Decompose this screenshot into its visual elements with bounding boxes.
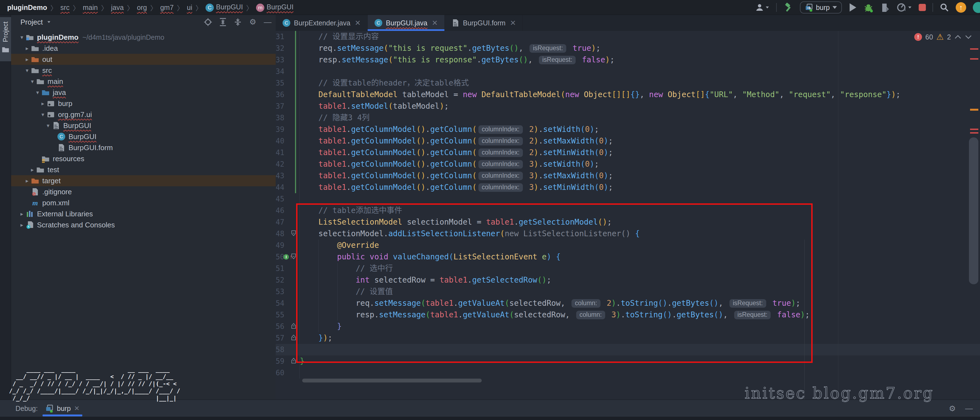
tree-item--idea[interactable]: ▸.idea <box>11 43 276 54</box>
tree-item-src[interactable]: ▾src <box>11 65 276 76</box>
tree-item-target[interactable]: ▸target <box>11 175 276 186</box>
prev-problem-icon[interactable] <box>954 35 961 40</box>
chevron-right-icon[interactable]: ▸ <box>24 45 30 52</box>
breadcrumb-item-ui[interactable]: ui <box>187 3 192 11</box>
breadcrumb-item-java[interactable]: java <box>111 3 124 11</box>
debug-button[interactable] <box>864 2 874 13</box>
tree-item-out[interactable]: ▸out <box>11 54 276 65</box>
tab-burpgui-java[interactable]: CBurpGUI.java✕ <box>368 15 445 31</box>
chevron-right-icon[interactable]: ▸ <box>24 56 30 63</box>
expand-all-icon[interactable] <box>219 18 227 26</box>
error-stripe-mark[interactable] <box>970 48 978 50</box>
chevron-down-icon[interactable]: ▾ <box>24 67 30 74</box>
hide-panel-icon[interactable]: — <box>965 404 973 413</box>
tree-item-plugindemo[interactable]: ▾pluginDemo~/d4m1ts/java/pluginDemo <box>11 32 276 43</box>
error-stripe-mark[interactable] <box>970 132 978 133</box>
code-text: table1.getColumnModel().getColumn(column… <box>281 182 613 193</box>
chevron-right-icon[interactable]: ▸ <box>29 166 35 173</box>
code-line-41[interactable]: 41 table1.getColumnModel().getColumn(col… <box>276 147 980 158</box>
tree-item-burpgui-form[interactable]: BurpGUI.form <box>11 142 276 153</box>
tree-item-java[interactable]: ▾java <box>11 87 276 98</box>
user-menu-button[interactable] <box>755 3 770 12</box>
breadcrumb-item-gm7[interactable]: gm7 <box>160 3 174 11</box>
code-line-60[interactable]: 60 <box>276 367 980 379</box>
gear-icon[interactable]: ⚙ <box>248 18 257 26</box>
inspections-widget[interactable]: ! 60 ⚠ 2 <box>914 32 972 43</box>
debug-session-tab[interactable]: burp ✕ <box>39 400 86 417</box>
tab-burpgui-form[interactable]: BurpGUI.form✕ <box>445 15 523 31</box>
code-line-44[interactable]: 44 table1.getColumnModel().getColumn(col… <box>276 182 980 193</box>
locate-icon[interactable] <box>204 18 212 26</box>
breadcrumb-item-plugindemo[interactable]: pluginDemo <box>7 3 47 11</box>
code-line-40[interactable]: 40 table1.getColumnModel().getColumn(col… <box>276 135 980 147</box>
tree-item-burp[interactable]: ▸burp <box>11 98 276 109</box>
tree-item-pom-xml[interactable]: mpom.xml <box>11 197 276 208</box>
next-problem-icon[interactable] <box>965 35 972 40</box>
breadcrumb-item-burpgui[interactable]: mBurpGUI <box>256 3 293 11</box>
horizontal-scrollbar[interactable] <box>302 379 482 382</box>
error-stripe-mark[interactable] <box>970 128 978 130</box>
code-text: table1.setModel(tableModel); <box>281 100 449 112</box>
chevron-right-icon[interactable]: ▸ <box>19 222 25 228</box>
tree-item--gitignore[interactable]: .gitignore <box>11 186 276 197</box>
vertical-scrollbar-thumb[interactable] <box>969 138 978 284</box>
close-icon[interactable]: ✕ <box>432 19 438 27</box>
close-icon[interactable]: ✕ <box>510 19 516 27</box>
tree-item-burpgui[interactable]: ▾BurpGUI <box>11 120 276 131</box>
tree-item-test[interactable]: ▸test <box>11 164 276 175</box>
settings-sync-badge[interactable] <box>973 2 980 13</box>
collapse-all-icon[interactable] <box>234 18 242 26</box>
breadcrumb-item-burpgui[interactable]: CBurpGUI <box>205 3 243 11</box>
breadcrumb-item-org[interactable]: org <box>137 3 147 11</box>
hide-panel-icon[interactable]: — <box>264 18 272 26</box>
tree-item-scratches-and-consoles[interactable]: ▸Scratches and Consoles <box>11 219 276 230</box>
gear-icon[interactable]: ⚙ <box>949 404 956 413</box>
code-line-36[interactable]: 36 DefaultTableModel tableModel = new De… <box>276 89 980 100</box>
tree-item-org-gm7-ui[interactable]: ▾org.gm7.ui <box>11 109 276 120</box>
search-everywhere-button[interactable] <box>940 3 949 12</box>
run-button[interactable] <box>848 3 857 12</box>
code-line-45[interactable]: 45 <box>276 193 980 205</box>
code-line-38[interactable]: 38 // 隐藏3 4列 <box>276 112 980 124</box>
chevron-right-icon[interactable]: ▸ <box>40 100 46 107</box>
chevron-down-icon[interactable]: ▾ <box>35 89 41 96</box>
stop-button[interactable] <box>919 4 926 11</box>
chevron-down-icon[interactable]: ▾ <box>19 34 25 41</box>
warning-stripe-mark[interactable] <box>970 109 978 111</box>
run-configuration-select[interactable]: burp <box>800 2 842 14</box>
project-view-title[interactable]: Project <box>21 18 43 27</box>
code-line-39[interactable]: 39 table1.getColumnModel().getColumn(col… <box>276 124 980 135</box>
error-stripe-mark[interactable] <box>970 58 978 60</box>
tree-item-resources[interactable]: resources <box>11 153 276 164</box>
tree-item-burpgui[interactable]: CBurpGUI <box>11 131 276 142</box>
chevron-right-icon[interactable]: ▸ <box>19 211 25 217</box>
ide-update-badge[interactable]: ↑ <box>956 2 966 13</box>
coverage-button[interactable] <box>881 3 890 13</box>
build-button[interactable] <box>783 3 793 13</box>
tree-item-external-libraries[interactable]: ▸External Libraries <box>11 208 276 219</box>
chevron-down-icon[interactable]: ▾ <box>29 78 35 85</box>
code-line-35[interactable]: 35 // 设置table的header，决定table格式 <box>276 77 980 89</box>
chevron-down-icon <box>766 6 769 9</box>
file-form-icon <box>451 19 460 27</box>
chevron-right-icon[interactable]: ▸ <box>24 178 30 184</box>
tab-burpextender-java[interactable]: CBurpExtender.java✕ <box>276 15 368 31</box>
breadcrumb-item-src[interactable]: src <box>60 3 69 11</box>
code-line-43[interactable]: 43 table1.getColumnModel().getColumn(col… <box>276 170 980 182</box>
profiler-button[interactable] <box>897 3 912 13</box>
close-icon[interactable]: ✕ <box>74 404 80 412</box>
code-line-37[interactable]: 37 table1.setModel(tableModel); <box>276 100 980 112</box>
code-line-31[interactable]: 31 // 设置显示内容 <box>276 31 980 43</box>
chevron-down-icon[interactable]: ▾ <box>40 111 46 118</box>
tab-label: BurpGUI.form <box>463 19 506 27</box>
tool-stripe-project-button[interactable]: Project <box>0 17 11 61</box>
code-line-32[interactable]: 32 req.setMessage("this is request".getB… <box>276 43 980 54</box>
tree-item-main[interactable]: ▾main <box>11 76 276 87</box>
close-icon[interactable]: ✕ <box>355 19 361 27</box>
code-line-42[interactable]: 42 table1.getColumnModel().getColumn(col… <box>276 158 980 170</box>
tree-item-label: .idea <box>42 44 58 53</box>
code-line-33[interactable]: 33 resp.setMessage("this is response".ge… <box>276 54 980 66</box>
chevron-down-icon[interactable]: ▾ <box>45 122 51 129</box>
breadcrumb-item-main[interactable]: main <box>83 3 98 11</box>
code-line-34[interactable]: 34 <box>276 66 980 77</box>
